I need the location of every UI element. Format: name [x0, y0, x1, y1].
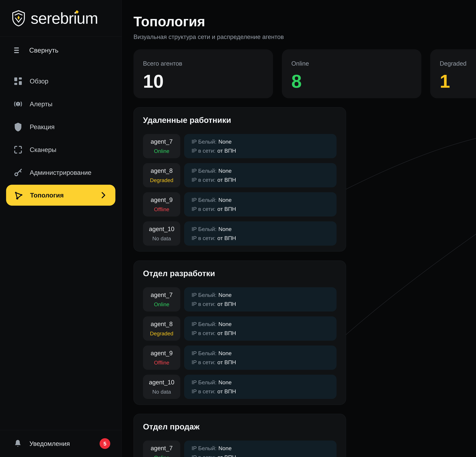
agent-name: agent_10: [149, 225, 174, 232]
sidebar-item-scanners[interactable]: Сканеры: [0, 138, 121, 161]
ip-net-line: IP в сети:от ВПН: [192, 147, 337, 154]
sidebar-item-topology-active[interactable]: Топология: [6, 185, 115, 206]
agent-name: agent_9: [151, 196, 173, 203]
ip-white-value: None: [218, 197, 232, 203]
stat-card-degraded: Degraded 1: [430, 49, 476, 98]
brand-name: serebrium: [31, 9, 98, 27]
sidebar-collapse-button[interactable]: Свернуть: [0, 43, 121, 58]
chevron-right-icon: [99, 191, 108, 200]
ip-white-label: IP Белый:: [192, 292, 216, 298]
group-card-remote-workers: Удаленные работники agent_7 Online IP Бе…: [134, 107, 346, 252]
ip-net-value: от ВПН: [217, 148, 236, 154]
ip-net-label: IP в сети:: [192, 330, 215, 336]
agent-status: Offline: [154, 206, 169, 212]
sidebar-spacer: [0, 206, 121, 430]
ip-white-line: IP Белый:None: [192, 379, 337, 386]
stat-label: Всего агентов: [143, 60, 264, 67]
ip-net-label: IP в сети:: [192, 206, 215, 212]
page-title: Топология: [134, 14, 476, 29]
agent-info-panel: IP Белый:None IP в сети:от ВПН: [184, 440, 337, 457]
sidebar-item-alerts[interactable]: Алерты: [0, 93, 121, 115]
sidebar-item-overview[interactable]: Обзор: [0, 70, 121, 93]
agent-row: agent_7 Online IP Белый:None IP в сети:о…: [143, 440, 337, 457]
ip-white-value: None: [218, 350, 232, 356]
ip-net-label: IP в сети:: [192, 301, 215, 307]
ip-white-value: None: [218, 445, 232, 451]
agent-info-panel: IP Белый:None IP в сети:от ВПН: [184, 192, 337, 217]
ip-white-value: None: [218, 226, 232, 232]
agent-tile[interactable]: agent_8 Degraded: [143, 163, 180, 187]
ip-net-value: от ВПН: [217, 301, 236, 307]
group-card-sales: Отдел продаж agent_7 Online IP Белый:Non…: [134, 414, 346, 457]
ip-white-label: IP Белый:: [192, 168, 216, 174]
agent-name: agent_7: [151, 138, 173, 145]
agent-tile[interactable]: agent_7 Online: [143, 134, 180, 158]
agent-info-panel: IP Белый:None IP в сети:от ВПН: [184, 221, 337, 246]
agent-info-panel: IP Белый:None IP в сети:от ВПН: [184, 163, 337, 187]
sidebar-item-label: Администрирование: [30, 169, 91, 176]
sidebar-item-label: Сканеры: [30, 146, 56, 153]
topology-icon: [13, 190, 24, 200]
alert-icon: [13, 99, 23, 109]
ip-white-line: IP Белый:None: [192, 321, 337, 327]
sidebar-item-label: Реакция: [30, 123, 55, 131]
group-card-development: Отдел разработки agent_7 Online IP Белый…: [134, 261, 346, 405]
agent-info-panel: IP Белый:None IP в сети:от ВПН: [184, 346, 337, 370]
agent-status: No data: [152, 235, 171, 242]
ip-white-line: IP Белый:None: [192, 445, 337, 451]
agent-tile[interactable]: agent_7 Online: [143, 287, 180, 312]
ip-white-value: None: [218, 379, 232, 385]
agent-status: No data: [152, 389, 171, 395]
sidebar: serebrium Свернуть: [0, 0, 122, 457]
sidebar-item-label: Обзор: [30, 77, 48, 85]
agent-tile[interactable]: agent_10 No data: [143, 221, 180, 246]
ip-white-label: IP Белый:: [192, 350, 216, 356]
agent-tile[interactable]: agent_7 Online: [143, 440, 180, 457]
agent-status: Offline: [154, 360, 169, 366]
agent-row: agent_8 Degraded IP Белый:None IP в сети…: [143, 316, 337, 341]
agent-tile[interactable]: agent_8 Degraded: [143, 316, 180, 341]
ip-white-label: IP Белый:: [192, 445, 216, 451]
ip-net-line: IP в сети:от ВПН: [192, 330, 337, 336]
agent-tile[interactable]: agent_10 No data: [143, 375, 180, 399]
ip-white-line: IP Белый:None: [192, 226, 337, 232]
ip-white-label: IP Белый:: [192, 379, 216, 385]
agent-tile[interactable]: agent_9 Offline: [143, 346, 180, 370]
group-title: Удаленные работники: [143, 116, 337, 125]
bell-icon: [13, 439, 23, 448]
agent-row: agent_10 No data IP Белый:None IP в сети…: [143, 375, 337, 399]
sidebar-item-label: Алерты: [30, 100, 52, 108]
sidebar-item-reaction[interactable]: Реакция: [0, 115, 121, 138]
dashboard-icon: [13, 76, 23, 86]
ip-net-value: от ВПН: [217, 206, 236, 212]
ip-net-label: IP в сети:: [192, 359, 215, 365]
ip-white-line: IP Белый:None: [192, 350, 337, 356]
sidebar-item-administration[interactable]: Администрирование: [0, 161, 121, 184]
group-title: Отдел разработки: [143, 269, 337, 278]
ip-white-value: None: [218, 321, 232, 327]
sidebar-item-label: Топология: [30, 191, 64, 199]
notifications-button[interactable]: Уведомления 5: [0, 430, 121, 457]
agent-tile[interactable]: agent_9 Offline: [143, 192, 180, 217]
ip-white-value: None: [218, 292, 232, 298]
agent-status: Online: [154, 455, 169, 457]
ip-white-value: None: [218, 168, 232, 174]
agent-status: Degraded: [150, 177, 173, 183]
ip-net-label: IP в сети:: [192, 177, 215, 183]
agent-name: agent_8: [151, 321, 173, 328]
ip-net-line: IP в сети:от ВПН: [192, 235, 337, 241]
main-content: Топология Визуальная структура сети и ра…: [122, 0, 476, 457]
collapse-label: Свернуть: [29, 46, 59, 54]
stat-card-online: Online 8: [282, 49, 421, 98]
agent-name: agent_7: [151, 445, 173, 452]
agent-row: agent_9 Offline IP Белый:None IP в сети:…: [143, 192, 337, 217]
agent-name: agent_10: [149, 379, 174, 386]
stat-value: 8: [291, 72, 412, 91]
agent-info-panel: IP Белый:None IP в сети:от ВПН: [184, 134, 337, 158]
ip-net-line: IP в сети:от ВПН: [192, 206, 337, 212]
ip-net-value: от ВПН: [217, 330, 236, 336]
hamburger-menu-icon: [13, 45, 23, 55]
brand-logo: serebrium: [0, 0, 121, 37]
ip-net-line: IP в сети:от ВПН: [192, 359, 337, 365]
ip-net-line: IP в сети:от ВПН: [192, 301, 337, 307]
